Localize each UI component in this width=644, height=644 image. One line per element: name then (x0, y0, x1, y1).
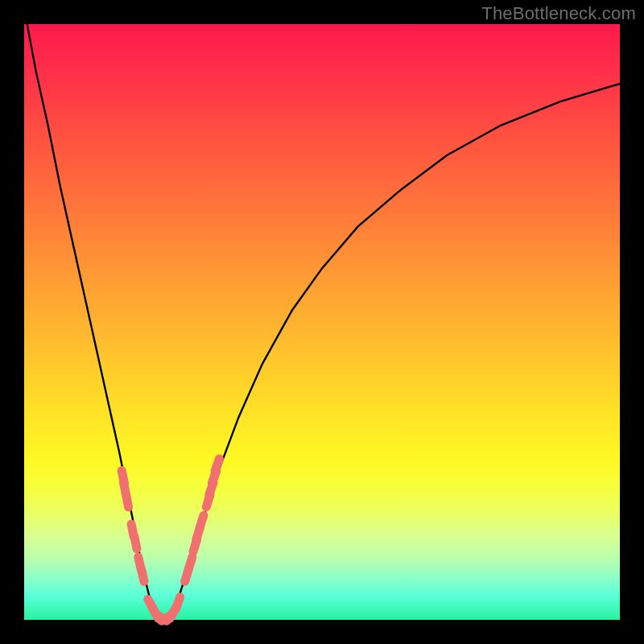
curve-path (27, 24, 620, 618)
chart-svg (24, 24, 620, 620)
data-marker (134, 536, 137, 549)
plot-area (24, 24, 620, 620)
data-marker (175, 597, 180, 609)
data-marker (188, 557, 192, 569)
bottleneck-curve (27, 24, 620, 618)
data-marker (126, 494, 128, 507)
data-marker (215, 459, 219, 471)
data-marker (142, 569, 144, 582)
marker-group (122, 459, 219, 621)
data-marker (200, 515, 204, 527)
chart-frame: TheBottleneck.com (0, 0, 644, 644)
watermark-text: TheBottleneck.com (481, 3, 636, 24)
